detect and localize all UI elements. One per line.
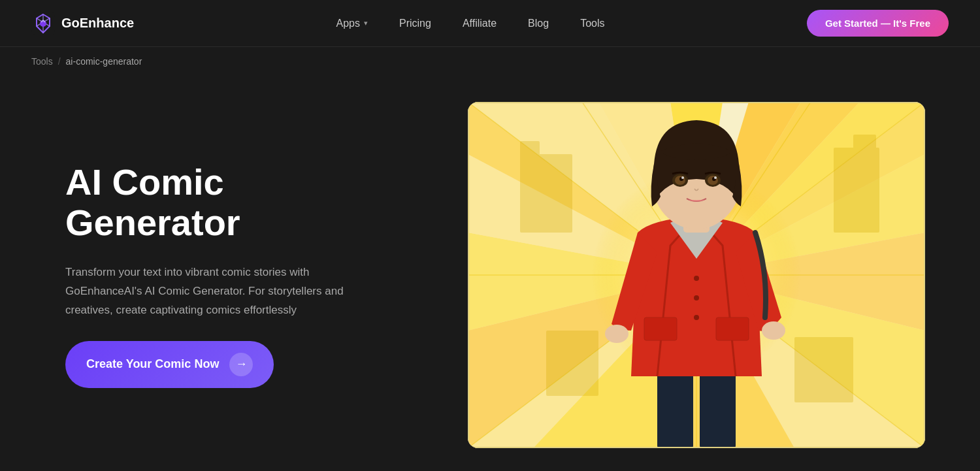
comic-scene-svg (468, 102, 925, 448)
svg-point-43 (694, 315, 699, 320)
nav-item-affiliate[interactable]: Affiliate (447, 12, 512, 35)
hero-image-area (444, 102, 949, 448)
svg-point-55 (714, 176, 717, 179)
nav-item-pricing[interactable]: Pricing (384, 12, 447, 35)
arrow-icon: → (229, 353, 253, 376)
hero-content: AI Comic Generator Transform your text i… (65, 162, 405, 388)
nav-item-apps[interactable]: Apps ▾ (321, 12, 384, 35)
svg-point-41 (694, 276, 699, 281)
hero-section: AI Comic Generator Transform your text i… (0, 76, 980, 471)
nav-item-tools[interactable]: Tools (564, 12, 620, 35)
breadcrumb-separator: / (58, 56, 61, 67)
comic-preview-image (468, 102, 925, 448)
logo-icon (31, 12, 55, 35)
breadcrumb: Tools / ai-comic-generator (0, 47, 980, 76)
hero-title: AI Comic Generator (65, 162, 405, 242)
create-comic-button[interactable]: Create Your Comic Now → (65, 341, 274, 388)
svg-point-45 (762, 321, 785, 340)
logo-text: GoEnhance (61, 16, 134, 31)
svg-rect-34 (853, 135, 876, 233)
svg-rect-36 (794, 337, 853, 402)
nav-links: Apps ▾ Pricing Affiliate Blog Tools (321, 12, 621, 35)
svg-rect-35 (546, 331, 598, 396)
svg-rect-32 (520, 141, 540, 233)
nav-item-blog[interactable]: Blog (512, 12, 564, 35)
hero-description: Transform your text into vibrant comic s… (65, 263, 353, 320)
navbar: GoEnhance Apps ▾ Pricing Affiliate Blog … (0, 0, 980, 47)
get-started-button[interactable]: Get Started — It's Free (807, 10, 949, 37)
svg-point-44 (605, 325, 629, 343)
svg-rect-39 (644, 317, 677, 340)
logo[interactable]: GoEnhance (31, 12, 134, 35)
svg-point-42 (694, 295, 699, 300)
svg-point-54 (681, 176, 684, 179)
breadcrumb-parent-link[interactable]: Tools (31, 56, 53, 67)
breadcrumb-current: ai-comic-generator (66, 56, 142, 67)
svg-point-1 (40, 20, 46, 27)
chevron-down-icon: ▾ (364, 19, 368, 27)
svg-rect-40 (716, 317, 749, 340)
